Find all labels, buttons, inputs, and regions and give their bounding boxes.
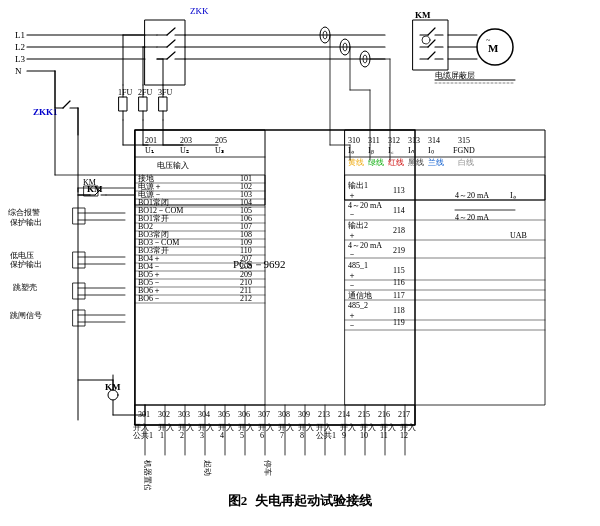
- svg-text:485_2: 485_2: [348, 301, 368, 310]
- svg-text:－: －: [348, 250, 356, 259]
- svg-text:212: 212: [240, 294, 252, 303]
- svg-text:216: 216: [378, 410, 390, 419]
- svg-text:203: 203: [180, 136, 192, 145]
- svg-text:305: 305: [218, 410, 230, 419]
- svg-text:公共1: 公共1: [316, 431, 336, 440]
- svg-text:307: 307: [258, 410, 270, 419]
- svg-text:4～20 mA: 4～20 mA: [455, 213, 489, 222]
- svg-text:公共1: 公共1: [133, 431, 153, 440]
- svg-text:485_1: 485_1: [348, 261, 368, 270]
- svg-text:Iₐ: Iₐ: [510, 191, 516, 200]
- svg-text:输出2: 输出2: [348, 221, 368, 230]
- svg-text:215: 215: [358, 410, 370, 419]
- svg-text:L1: L1: [15, 30, 25, 40]
- svg-text:205: 205: [215, 136, 227, 145]
- svg-text:310: 310: [348, 136, 360, 145]
- svg-text:116: 116: [393, 278, 405, 287]
- svg-text:保护输出: 保护输出: [10, 218, 42, 227]
- svg-text:115: 115: [393, 266, 405, 275]
- svg-text:4～20 mA: 4～20 mA: [455, 191, 489, 200]
- svg-text:－: －: [348, 210, 356, 219]
- svg-text:＋: ＋: [348, 191, 356, 200]
- svg-text:Iᵦ: Iᵦ: [368, 146, 374, 155]
- svg-text:5: 5: [240, 431, 244, 440]
- svg-text:315: 315: [458, 136, 470, 145]
- svg-text:I₀: I₀: [428, 146, 434, 155]
- svg-text:1: 1: [160, 431, 164, 440]
- svg-text:低电压: 低电压: [10, 251, 34, 260]
- svg-text:Iₐ: Iₐ: [348, 146, 354, 155]
- svg-text:ZKK1: ZKK1: [33, 107, 58, 117]
- svg-text:309: 309: [298, 410, 310, 419]
- svg-text:黑线: 黑线: [408, 158, 424, 167]
- svg-text:U₂: U₂: [180, 146, 189, 155]
- svg-text:FGND: FGND: [453, 146, 475, 155]
- svg-text:201: 201: [145, 136, 157, 145]
- svg-text:L2: L2: [15, 42, 25, 52]
- svg-text:1FU: 1FU: [118, 88, 132, 97]
- svg-text:4: 4: [220, 431, 224, 440]
- svg-text:＋: ＋: [348, 231, 356, 240]
- svg-text:跳闸信号: 跳闸信号: [10, 311, 42, 320]
- svg-text:U₃: U₃: [215, 146, 224, 155]
- svg-text:314: 314: [428, 136, 440, 145]
- svg-text:－: －: [348, 321, 356, 330]
- svg-text:KM: KM: [415, 10, 431, 20]
- svg-text:BO6－: BO6－: [138, 294, 161, 303]
- svg-text:119: 119: [393, 318, 405, 327]
- svg-text:302: 302: [158, 410, 170, 419]
- svg-text:机器置位置: 机器置位置: [143, 460, 152, 490]
- svg-text:213: 213: [318, 410, 330, 419]
- svg-text:218: 218: [393, 226, 405, 235]
- svg-text:＋: ＋: [348, 271, 356, 280]
- zkk-label: ZKK: [190, 6, 209, 16]
- svg-text:12: 12: [400, 431, 408, 440]
- svg-text:Iₙ: Iₙ: [408, 146, 414, 155]
- svg-text:113: 113: [393, 186, 405, 195]
- svg-text:L3: L3: [15, 54, 25, 64]
- svg-text:313: 313: [408, 136, 420, 145]
- svg-text:217: 217: [398, 410, 410, 419]
- svg-text:保护输出: 保护输出: [10, 260, 42, 269]
- svg-text:117: 117: [393, 291, 405, 300]
- diagram-container: text { font-family: 'SimSun', 'STSong', …: [0, 0, 600, 526]
- svg-text:停车: 停车: [263, 460, 272, 476]
- svg-text:114: 114: [393, 206, 405, 215]
- svg-text:电缆屏蔽层: 电缆屏蔽层: [435, 71, 475, 80]
- svg-text:通信地: 通信地: [348, 291, 372, 300]
- svg-text:4～20 mA: 4～20 mA: [348, 201, 382, 210]
- svg-text:U₁: U₁: [145, 146, 154, 155]
- svg-text:UAB: UAB: [510, 231, 527, 240]
- svg-text:8: 8: [300, 431, 304, 440]
- svg-text:＋: ＋: [348, 311, 356, 320]
- figure-number: 图2: [228, 492, 248, 510]
- svg-text:219: 219: [393, 246, 405, 255]
- svg-text:2: 2: [180, 431, 184, 440]
- svg-text:跳塑壳: 跳塑壳: [13, 283, 37, 292]
- svg-text:N: N: [15, 66, 22, 76]
- svg-text:KM: KM: [83, 178, 96, 187]
- svg-text:7: 7: [280, 431, 284, 440]
- svg-text:10: 10: [360, 431, 368, 440]
- svg-text:I꜀: I꜀: [388, 146, 394, 155]
- svg-text:2FU: 2FU: [138, 88, 152, 97]
- svg-text:306: 306: [238, 410, 250, 419]
- svg-text:综合报警: 综合报警: [8, 208, 40, 217]
- svg-text:白线: 白线: [458, 158, 474, 167]
- circuit-diagram: text { font-family: 'SimSun', 'STSong', …: [5, 0, 595, 490]
- svg-text:兰线: 兰线: [428, 158, 444, 167]
- svg-text:电压输入: 电压输入: [157, 161, 189, 170]
- svg-text:－: －: [348, 281, 356, 290]
- svg-text:214: 214: [338, 410, 350, 419]
- svg-text:输出1: 输出1: [348, 181, 368, 190]
- svg-text:3FU: 3FU: [158, 88, 172, 97]
- svg-text:11: 11: [380, 431, 388, 440]
- diagram-title: 失电再起动试验接线: [255, 492, 372, 510]
- svg-text:303: 303: [178, 410, 190, 419]
- svg-text:起动: 起动: [203, 460, 212, 476]
- svg-text:308: 308: [278, 410, 290, 419]
- svg-text:6: 6: [260, 431, 264, 440]
- svg-text:118: 118: [393, 306, 405, 315]
- svg-text:4～20 mA: 4～20 mA: [348, 241, 382, 250]
- svg-text:3: 3: [200, 431, 204, 440]
